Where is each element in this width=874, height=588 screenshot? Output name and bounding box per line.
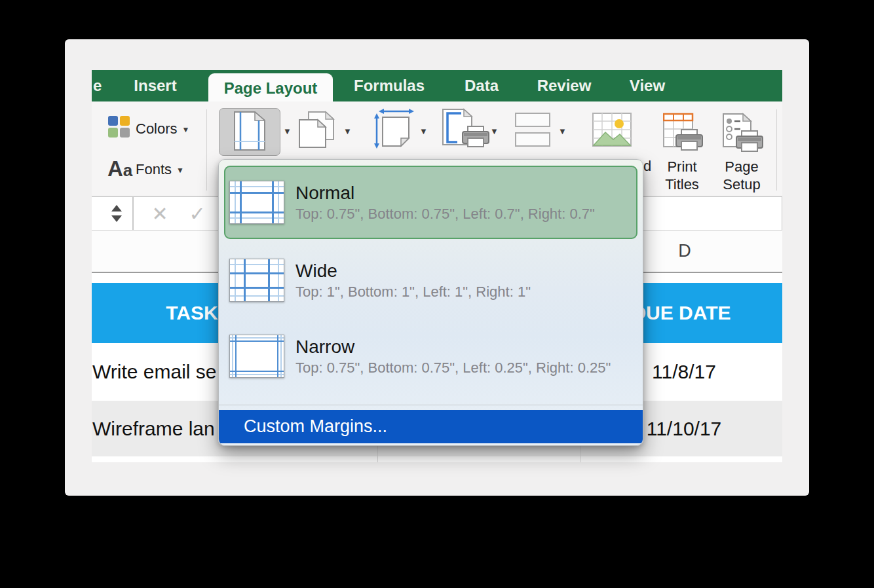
tab-home-partial[interactable]: e xyxy=(93,70,102,101)
menu-divider xyxy=(219,405,643,405)
menu-item-details: Top: 0.75", Bottom: 0.75", Left: 0.7", R… xyxy=(295,206,595,223)
cell-due-date-2[interactable]: 11/10/17 xyxy=(638,401,730,456)
margin-preview-normal-icon xyxy=(229,181,284,224)
breaks-dropdown-arrow[interactable]: ▼ xyxy=(558,126,567,136)
cell-task-1[interactable]: Write email se xyxy=(92,343,217,401)
margins-menu: Normal Top: 0.75", Bottom: 0.75", Left: … xyxy=(218,159,643,446)
tab-view[interactable]: View xyxy=(630,70,665,101)
colors-button[interactable]: Colors▼ xyxy=(136,120,189,138)
name-box[interactable] xyxy=(92,196,133,230)
ribbon-divider xyxy=(776,109,777,191)
breaks-button[interactable] xyxy=(512,113,553,149)
orientation-dropdown-arrow[interactable]: ▼ xyxy=(343,126,352,136)
margin-preview-wide-icon xyxy=(229,259,284,302)
tab-review[interactable]: Review xyxy=(537,70,592,101)
size-dropdown-arrow[interactable]: ▼ xyxy=(419,126,428,136)
sheet-bottom-strip xyxy=(92,456,782,462)
page-setup-label: PageSetup xyxy=(723,158,761,193)
fonts-icon-big-a: A xyxy=(107,156,123,181)
print-titles-icon xyxy=(663,143,704,154)
cell-task-2[interactable]: Wireframe lan xyxy=(92,401,215,456)
fonts-label: Fonts xyxy=(136,161,172,177)
chevron-down-icon: ▼ xyxy=(182,125,190,134)
fonts-icon-small-a: a xyxy=(123,160,132,180)
background-label-partial: d xyxy=(643,158,651,175)
menu-item-text: Wide Top: 1", Bottom: 1", Left: 1", Righ… xyxy=(295,261,531,301)
menu-item-details: Top: 1", Bottom: 1", Left: 1", Right: 1" xyxy=(295,284,531,301)
margins-icon xyxy=(234,111,265,153)
margin-preview-narrow-icon xyxy=(229,335,284,378)
print-area-dropdown-arrow[interactable]: ▼ xyxy=(490,126,499,136)
breaks-icon xyxy=(512,138,553,149)
chevron-down-icon: ▼ xyxy=(176,166,184,175)
menu-item-title: Wide xyxy=(295,261,531,282)
print-area-icon xyxy=(442,139,490,151)
orientation-icon xyxy=(298,139,341,151)
print-area-button[interactable] xyxy=(442,108,490,151)
stepper-up-icon xyxy=(111,205,122,211)
menu-item-narrow[interactable]: Narrow Top: 0.75", Bottom: 0.75", Left: … xyxy=(224,320,637,393)
tab-page-layout[interactable]: Page Layout xyxy=(208,73,333,101)
custom-margins-item[interactable]: Custom Margins... xyxy=(219,410,643,443)
cancel-icon[interactable]: ✕ xyxy=(151,197,168,231)
header-cell-task[interactable]: TASK xyxy=(166,283,218,343)
tab-formulas[interactable]: Formulas xyxy=(354,70,425,101)
cell-due-date-1[interactable]: 11/8/17 xyxy=(638,343,730,401)
menu-item-details: Top: 0.75", Bottom: 0.75", Left: 0.25", … xyxy=(295,359,611,377)
size-button[interactable] xyxy=(373,108,414,151)
fonts-icon: Aa xyxy=(107,156,132,181)
background-button[interactable] xyxy=(592,113,632,152)
menu-item-normal[interactable]: Normal Top: 0.75", Bottom: 0.75", Left: … xyxy=(224,166,637,239)
ribbon-divider xyxy=(206,109,207,191)
page-setup-line2: Setup xyxy=(723,176,761,193)
colors-label: Colors xyxy=(136,120,178,137)
page-setup-line1: Page xyxy=(725,158,758,175)
print-titles-button[interactable] xyxy=(663,113,704,155)
menu-item-text: Narrow Top: 0.75", Bottom: 0.75", Left: … xyxy=(295,337,611,377)
background-icon xyxy=(592,140,632,151)
theme-colors-icon xyxy=(108,116,130,139)
menu-item-title: Narrow xyxy=(295,337,611,358)
tab-data[interactable]: Data xyxy=(465,70,499,101)
print-titles-line1: Print xyxy=(667,158,696,175)
page-setup-icon xyxy=(722,143,764,154)
orientation-button[interactable] xyxy=(298,111,341,151)
ribbon-tab-bar: e Insert Page Layout Formulas Data Revie… xyxy=(92,70,782,101)
menu-item-text: Normal Top: 0.75", Bottom: 0.75", Left: … xyxy=(295,183,595,223)
print-titles-label: PrintTitles xyxy=(665,158,699,193)
stepper-down-icon xyxy=(111,215,122,222)
print-titles-line2: Titles xyxy=(665,176,699,193)
page-setup-button[interactable] xyxy=(722,113,764,155)
name-box-stepper[interactable] xyxy=(111,205,122,223)
menu-item-title: Normal xyxy=(295,183,595,204)
menu-item-wide[interactable]: Wide Top: 1", Bottom: 1", Left: 1", Righ… xyxy=(224,244,637,317)
tab-insert[interactable]: Insert xyxy=(134,70,176,101)
fonts-button[interactable]: Fonts▼ xyxy=(136,161,184,178)
excel-window: e Insert Page Layout Formulas Data Revie… xyxy=(65,39,809,496)
header-cell-due-date[interactable]: DUE DATE xyxy=(632,283,731,343)
size-icon xyxy=(373,139,414,151)
margins-dropdown-arrow[interactable]: ▼ xyxy=(283,126,292,136)
screenshot-stage: e Insert Page Layout Formulas Data Revie… xyxy=(0,0,874,588)
column-header-d[interactable]: D xyxy=(668,230,701,272)
confirm-icon[interactable]: ✓ xyxy=(189,197,205,231)
margins-button[interactable] xyxy=(219,108,280,156)
